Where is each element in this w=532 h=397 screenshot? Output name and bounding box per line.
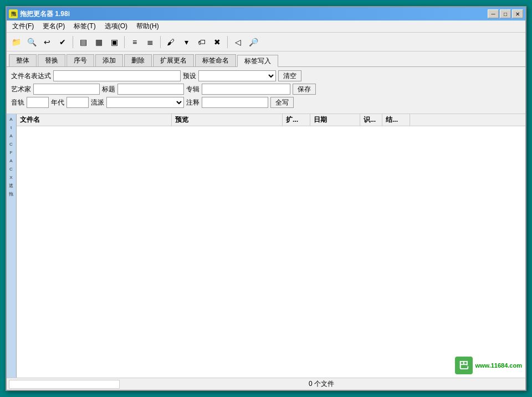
toolbar-sep1 xyxy=(73,36,73,48)
preset-label: 预设 xyxy=(183,71,196,81)
sidebar-icon-7[interactable]: C xyxy=(7,165,15,173)
artist-label: 艺术家 xyxy=(11,85,31,94)
form-row-track: 音轨 年代 流派 注释 全写 xyxy=(11,97,521,108)
watermark-logo: 巴 xyxy=(455,357,473,374)
toolbar-sep2 xyxy=(124,36,125,48)
close-button[interactable]: ✕ xyxy=(512,9,523,18)
toolbar: 📁 🔍 ↩ ✔ ▤ ▦ ▣ ≡ ≣ 🖌 ▾ 🏷 ✖ ◁ 🔎 xyxy=(7,33,525,51)
tab-tagwrite[interactable]: 标签写入 xyxy=(237,55,278,67)
content-area: 文件名表达式 预设 清空 艺术家 标题 专辑 保存 音轨 xyxy=(7,67,525,378)
save-button[interactable]: 保存 xyxy=(293,84,316,95)
status-progress xyxy=(9,380,120,389)
title-input[interactable] xyxy=(117,84,184,95)
sidebar-icon-10[interactable]: 拖 xyxy=(7,190,15,198)
sidebar-icon-5[interactable]: F xyxy=(7,148,15,156)
filename-expr-input[interactable] xyxy=(53,70,181,81)
sidebar-icon-8[interactable]: X xyxy=(7,173,15,181)
window-title: 拖把更名器 1.98i xyxy=(20,9,70,19)
tab-overall[interactable]: 整体 xyxy=(9,54,37,66)
artist-input[interactable] xyxy=(33,84,100,95)
preset-select[interactable] xyxy=(198,70,276,81)
sidebar-icon-3[interactable]: A xyxy=(7,132,15,140)
sidebar-icon-4[interactable]: C xyxy=(7,140,15,148)
toolbar-search[interactable]: 🔍 xyxy=(24,35,39,49)
maximize-button[interactable]: □ xyxy=(500,9,511,18)
file-list-header: 文件名 预览 扩... 日期 识... 结... xyxy=(17,114,525,126)
main-area: A t A C F A C X 遮 拖 文件名 预览 扩... 日期 识... xyxy=(7,114,525,378)
minimize-button[interactable]: ─ xyxy=(488,9,499,18)
tab-extend[interactable]: 扩展更名 xyxy=(153,54,194,66)
col-header-date[interactable]: 日期 xyxy=(310,114,360,126)
sidebar-icon-9[interactable]: 遮 xyxy=(7,182,15,189)
title-bar-left: 拖 拖把更名器 1.98i xyxy=(9,9,70,19)
comment-input[interactable] xyxy=(202,97,268,108)
file-list-body xyxy=(17,126,525,378)
toolbar-check[interactable]: ✔ xyxy=(55,35,70,49)
tab-add[interactable]: 添加 xyxy=(95,54,123,66)
toolbar-clear[interactable]: ✖ xyxy=(210,35,224,49)
fullwrite-button[interactable]: 全写 xyxy=(270,97,294,108)
track-input[interactable] xyxy=(27,97,49,108)
col-header-id[interactable]: 识... xyxy=(360,114,382,126)
watermark: 巴 www.11684.com xyxy=(455,357,522,374)
form-area: 文件名表达式 预设 清空 艺术家 标题 专辑 保存 音轨 xyxy=(7,67,525,114)
toolbar-paint[interactable]: 🖌 xyxy=(163,35,178,49)
col-header-filename[interactable]: 文件名 xyxy=(17,114,172,126)
tab-delete[interactable]: 删除 xyxy=(124,54,152,66)
sidebar-icon-1[interactable]: A xyxy=(7,115,15,123)
toolbar-open[interactable]: 📁 xyxy=(9,35,23,49)
toolbar-dropdown-btn[interactable]: ▾ xyxy=(179,35,193,49)
menu-help[interactable]: 帮助(H) xyxy=(132,20,163,32)
toolbar-sep3 xyxy=(160,36,161,48)
col-header-ext[interactable]: 扩... xyxy=(283,114,310,126)
title-label: 标题 xyxy=(102,85,115,94)
menu-rename[interactable]: 更名(P) xyxy=(38,20,69,32)
main-window: 拖 拖把更名器 1.98i ─ □ ✕ 文件(F) 更名(P) 标签(T) 选项… xyxy=(6,6,526,391)
toolbar-align-right[interactable]: ≣ xyxy=(143,35,157,49)
sidebar-icon-2[interactable]: t xyxy=(7,123,15,131)
menu-bar: 文件(F) 更名(P) 标签(T) 选项(O) 帮助(H) xyxy=(7,20,525,33)
genre-select[interactable] xyxy=(106,97,184,108)
toolbar-tag[interactable]: 🏷 xyxy=(195,35,209,49)
watermark-text: www.11684.com xyxy=(475,362,522,369)
filename-expr-label: 文件名表达式 xyxy=(11,71,51,81)
genre-label: 流派 xyxy=(91,98,104,107)
year-input[interactable] xyxy=(66,97,89,108)
toolbar-btn3[interactable]: ▣ xyxy=(107,35,121,49)
form-row-artist: 艺术家 标题 专辑 保存 xyxy=(11,84,521,95)
toolbar-btn2[interactable]: ▦ xyxy=(91,35,106,49)
left-sidebar: A t A C F A C X 遮 拖 xyxy=(7,114,17,378)
toolbar-btn1[interactable]: ▤ xyxy=(76,35,90,49)
sidebar-icon-6[interactable]: A xyxy=(7,157,15,164)
status-file-count: 0 个文件 xyxy=(120,379,523,389)
tab-tagname[interactable]: 标签命名 xyxy=(195,54,236,66)
track-label: 音轨 xyxy=(11,98,24,107)
status-bar: 0 个文件 xyxy=(7,378,525,390)
col-header-result[interactable]: 结... xyxy=(382,114,410,126)
year-label: 年代 xyxy=(51,98,64,107)
menu-file[interactable]: 文件(F) xyxy=(8,20,38,32)
col-header-preview[interactable]: 预览 xyxy=(172,114,283,126)
toolbar-align-left[interactable]: ≡ xyxy=(127,35,142,49)
title-bar: 拖 拖把更名器 1.98i ─ □ ✕ xyxy=(7,7,525,20)
toolbar-back[interactable]: ◁ xyxy=(231,35,245,49)
toolbar-undo[interactable]: ↩ xyxy=(40,35,54,49)
file-list: 文件名 预览 扩... 日期 识... 结... xyxy=(17,114,525,378)
menu-tag[interactable]: 标签(T) xyxy=(69,20,100,32)
clear-button[interactable]: 清空 xyxy=(278,70,301,81)
tab-bar: 整体 替换 序号 添加 删除 扩展更名 标签命名 标签写入 xyxy=(7,51,525,67)
album-input[interactable] xyxy=(202,84,290,95)
tab-replace[interactable]: 替换 xyxy=(38,54,65,66)
tab-sequence[interactable]: 序号 xyxy=(66,54,94,66)
app-icon: 拖 xyxy=(9,9,18,18)
album-label: 专辑 xyxy=(186,85,200,94)
form-row-filename: 文件名表达式 预设 清空 xyxy=(11,70,521,81)
toolbar-zoom[interactable]: 🔎 xyxy=(246,35,260,49)
comment-label: 注释 xyxy=(186,98,200,107)
window-controls: ─ □ ✕ xyxy=(488,9,523,18)
menu-option[interactable]: 选项(O) xyxy=(100,20,132,32)
toolbar-sep4 xyxy=(227,36,228,48)
